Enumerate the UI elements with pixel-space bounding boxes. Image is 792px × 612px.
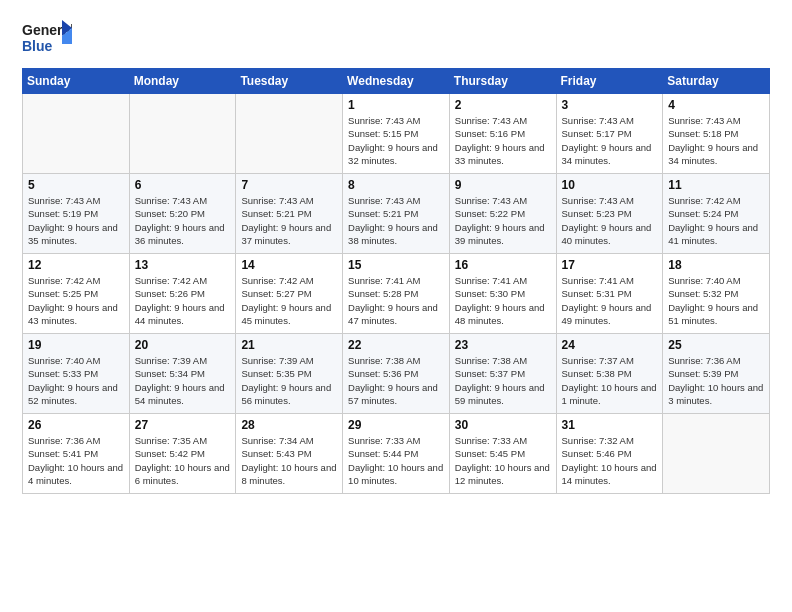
day-cell-20: 20Sunrise: 7:39 AM Sunset: 5:34 PM Dayli… (129, 334, 236, 414)
day-number: 13 (135, 258, 231, 272)
day-info: Sunrise: 7:36 AM Sunset: 5:41 PM Dayligh… (28, 434, 124, 487)
day-cell-9: 9Sunrise: 7:43 AM Sunset: 5:22 PM Daylig… (449, 174, 556, 254)
day-cell-5: 5Sunrise: 7:43 AM Sunset: 5:19 PM Daylig… (23, 174, 130, 254)
day-number: 1 (348, 98, 444, 112)
weekday-header-tuesday: Tuesday (236, 69, 343, 94)
day-number: 16 (455, 258, 551, 272)
day-number: 18 (668, 258, 764, 272)
day-number: 29 (348, 418, 444, 432)
empty-cell (663, 414, 770, 494)
weekday-header-wednesday: Wednesday (343, 69, 450, 94)
day-number: 25 (668, 338, 764, 352)
day-cell-1: 1Sunrise: 7:43 AM Sunset: 5:15 PM Daylig… (343, 94, 450, 174)
week-row-0: 1Sunrise: 7:43 AM Sunset: 5:15 PM Daylig… (23, 94, 770, 174)
day-number: 24 (562, 338, 658, 352)
day-info: Sunrise: 7:32 AM Sunset: 5:46 PM Dayligh… (562, 434, 658, 487)
day-number: 6 (135, 178, 231, 192)
day-info: Sunrise: 7:43 AM Sunset: 5:21 PM Dayligh… (241, 194, 337, 247)
day-cell-12: 12Sunrise: 7:42 AM Sunset: 5:25 PM Dayli… (23, 254, 130, 334)
day-number: 9 (455, 178, 551, 192)
day-cell-19: 19Sunrise: 7:40 AM Sunset: 5:33 PM Dayli… (23, 334, 130, 414)
day-cell-26: 26Sunrise: 7:36 AM Sunset: 5:41 PM Dayli… (23, 414, 130, 494)
day-cell-10: 10Sunrise: 7:43 AM Sunset: 5:23 PM Dayli… (556, 174, 663, 254)
day-cell-11: 11Sunrise: 7:42 AM Sunset: 5:24 PM Dayli… (663, 174, 770, 254)
day-info: Sunrise: 7:43 AM Sunset: 5:17 PM Dayligh… (562, 114, 658, 167)
day-number: 4 (668, 98, 764, 112)
empty-cell (23, 94, 130, 174)
day-cell-24: 24Sunrise: 7:37 AM Sunset: 5:38 PM Dayli… (556, 334, 663, 414)
day-info: Sunrise: 7:43 AM Sunset: 5:19 PM Dayligh… (28, 194, 124, 247)
day-info: Sunrise: 7:39 AM Sunset: 5:35 PM Dayligh… (241, 354, 337, 407)
day-cell-16: 16Sunrise: 7:41 AM Sunset: 5:30 PM Dayli… (449, 254, 556, 334)
day-cell-14: 14Sunrise: 7:42 AM Sunset: 5:27 PM Dayli… (236, 254, 343, 334)
week-row-4: 26Sunrise: 7:36 AM Sunset: 5:41 PM Dayli… (23, 414, 770, 494)
day-number: 8 (348, 178, 444, 192)
day-number: 10 (562, 178, 658, 192)
day-cell-2: 2Sunrise: 7:43 AM Sunset: 5:16 PM Daylig… (449, 94, 556, 174)
day-cell-23: 23Sunrise: 7:38 AM Sunset: 5:37 PM Dayli… (449, 334, 556, 414)
day-info: Sunrise: 7:40 AM Sunset: 5:33 PM Dayligh… (28, 354, 124, 407)
weekday-header-friday: Friday (556, 69, 663, 94)
day-number: 22 (348, 338, 444, 352)
day-number: 5 (28, 178, 124, 192)
day-info: Sunrise: 7:40 AM Sunset: 5:32 PM Dayligh… (668, 274, 764, 327)
weekday-header-saturday: Saturday (663, 69, 770, 94)
day-info: Sunrise: 7:37 AM Sunset: 5:38 PM Dayligh… (562, 354, 658, 407)
day-info: Sunrise: 7:43 AM Sunset: 5:21 PM Dayligh… (348, 194, 444, 247)
day-info: Sunrise: 7:33 AM Sunset: 5:45 PM Dayligh… (455, 434, 551, 487)
day-info: Sunrise: 7:43 AM Sunset: 5:16 PM Dayligh… (455, 114, 551, 167)
day-cell-18: 18Sunrise: 7:40 AM Sunset: 5:32 PM Dayli… (663, 254, 770, 334)
day-info: Sunrise: 7:35 AM Sunset: 5:42 PM Dayligh… (135, 434, 231, 487)
day-info: Sunrise: 7:42 AM Sunset: 5:27 PM Dayligh… (241, 274, 337, 327)
day-info: Sunrise: 7:36 AM Sunset: 5:39 PM Dayligh… (668, 354, 764, 407)
day-cell-13: 13Sunrise: 7:42 AM Sunset: 5:26 PM Dayli… (129, 254, 236, 334)
day-number: 14 (241, 258, 337, 272)
day-number: 3 (562, 98, 658, 112)
day-cell-4: 4Sunrise: 7:43 AM Sunset: 5:18 PM Daylig… (663, 94, 770, 174)
day-info: Sunrise: 7:34 AM Sunset: 5:43 PM Dayligh… (241, 434, 337, 487)
day-cell-28: 28Sunrise: 7:34 AM Sunset: 5:43 PM Dayli… (236, 414, 343, 494)
week-row-2: 12Sunrise: 7:42 AM Sunset: 5:25 PM Dayli… (23, 254, 770, 334)
day-number: 30 (455, 418, 551, 432)
day-cell-30: 30Sunrise: 7:33 AM Sunset: 5:45 PM Dayli… (449, 414, 556, 494)
weekday-header-thursday: Thursday (449, 69, 556, 94)
day-number: 27 (135, 418, 231, 432)
weekday-header-monday: Monday (129, 69, 236, 94)
day-info: Sunrise: 7:41 AM Sunset: 5:30 PM Dayligh… (455, 274, 551, 327)
day-number: 20 (135, 338, 231, 352)
day-number: 7 (241, 178, 337, 192)
day-info: Sunrise: 7:41 AM Sunset: 5:28 PM Dayligh… (348, 274, 444, 327)
day-info: Sunrise: 7:42 AM Sunset: 5:24 PM Dayligh… (668, 194, 764, 247)
day-info: Sunrise: 7:41 AM Sunset: 5:31 PM Dayligh… (562, 274, 658, 327)
day-cell-21: 21Sunrise: 7:39 AM Sunset: 5:35 PM Dayli… (236, 334, 343, 414)
day-info: Sunrise: 7:43 AM Sunset: 5:15 PM Dayligh… (348, 114, 444, 167)
day-info: Sunrise: 7:43 AM Sunset: 5:23 PM Dayligh… (562, 194, 658, 247)
page: GeneralBlue SundayMondayTuesdayWednesday… (0, 0, 792, 612)
header: GeneralBlue (22, 18, 770, 58)
day-cell-31: 31Sunrise: 7:32 AM Sunset: 5:46 PM Dayli… (556, 414, 663, 494)
day-cell-27: 27Sunrise: 7:35 AM Sunset: 5:42 PM Dayli… (129, 414, 236, 494)
day-number: 28 (241, 418, 337, 432)
svg-text:Blue: Blue (22, 38, 53, 54)
day-number: 2 (455, 98, 551, 112)
day-info: Sunrise: 7:43 AM Sunset: 5:18 PM Dayligh… (668, 114, 764, 167)
day-number: 11 (668, 178, 764, 192)
day-cell-7: 7Sunrise: 7:43 AM Sunset: 5:21 PM Daylig… (236, 174, 343, 254)
day-number: 15 (348, 258, 444, 272)
day-cell-8: 8Sunrise: 7:43 AM Sunset: 5:21 PM Daylig… (343, 174, 450, 254)
day-info: Sunrise: 7:43 AM Sunset: 5:20 PM Dayligh… (135, 194, 231, 247)
day-info: Sunrise: 7:39 AM Sunset: 5:34 PM Dayligh… (135, 354, 231, 407)
week-row-1: 5Sunrise: 7:43 AM Sunset: 5:19 PM Daylig… (23, 174, 770, 254)
day-cell-22: 22Sunrise: 7:38 AM Sunset: 5:36 PM Dayli… (343, 334, 450, 414)
day-number: 31 (562, 418, 658, 432)
empty-cell (129, 94, 236, 174)
day-info: Sunrise: 7:33 AM Sunset: 5:44 PM Dayligh… (348, 434, 444, 487)
logo-svg: GeneralBlue (22, 18, 72, 58)
day-number: 26 (28, 418, 124, 432)
day-info: Sunrise: 7:42 AM Sunset: 5:26 PM Dayligh… (135, 274, 231, 327)
day-number: 17 (562, 258, 658, 272)
day-cell-6: 6Sunrise: 7:43 AM Sunset: 5:20 PM Daylig… (129, 174, 236, 254)
empty-cell (236, 94, 343, 174)
day-number: 12 (28, 258, 124, 272)
day-cell-17: 17Sunrise: 7:41 AM Sunset: 5:31 PM Dayli… (556, 254, 663, 334)
